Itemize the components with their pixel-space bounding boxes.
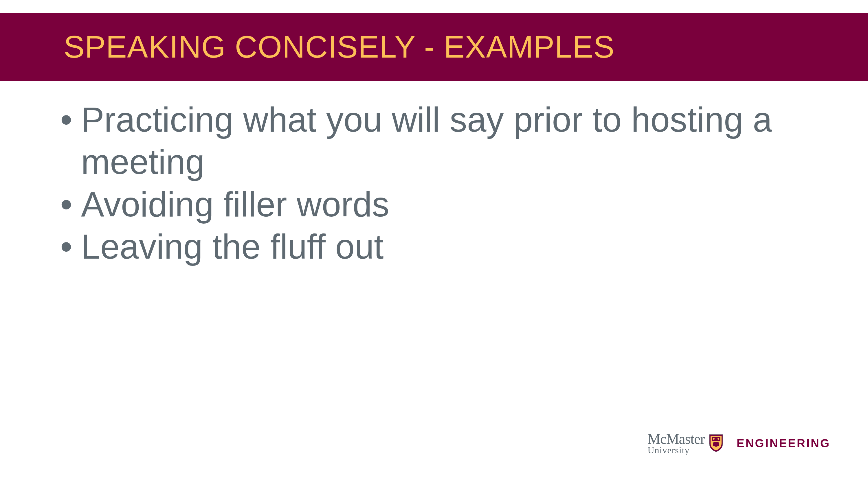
bullet-item: Avoiding filler words <box>58 183 781 225</box>
slide: SPEAKING CONCISELY - EXAMPLES Practicing… <box>0 0 868 488</box>
svg-point-1 <box>713 438 715 440</box>
bullet-item: Leaving the fluff out <box>58 225 781 268</box>
footer-logo-block: McMaster University ENGINEERING <box>647 430 830 456</box>
engineering-label: ENGINEERING <box>737 437 830 450</box>
logo-line2: University <box>647 446 705 455</box>
svg-point-2 <box>717 438 719 440</box>
mcmaster-text: McMaster University <box>647 432 705 455</box>
logo-divider <box>730 430 730 456</box>
crest-icon <box>709 434 723 452</box>
bullet-list: Practicing what you will say prior to ho… <box>58 98 781 268</box>
title-bar: SPEAKING CONCISELY - EXAMPLES <box>0 13 868 81</box>
bullet-item: Practicing what you will say prior to ho… <box>58 98 781 183</box>
mcmaster-logo: McMaster University <box>647 432 723 455</box>
slide-title: SPEAKING CONCISELY - EXAMPLES <box>64 29 615 65</box>
logo-line1: McMaster <box>647 432 705 446</box>
content-area: Practicing what you will say prior to ho… <box>58 98 781 268</box>
